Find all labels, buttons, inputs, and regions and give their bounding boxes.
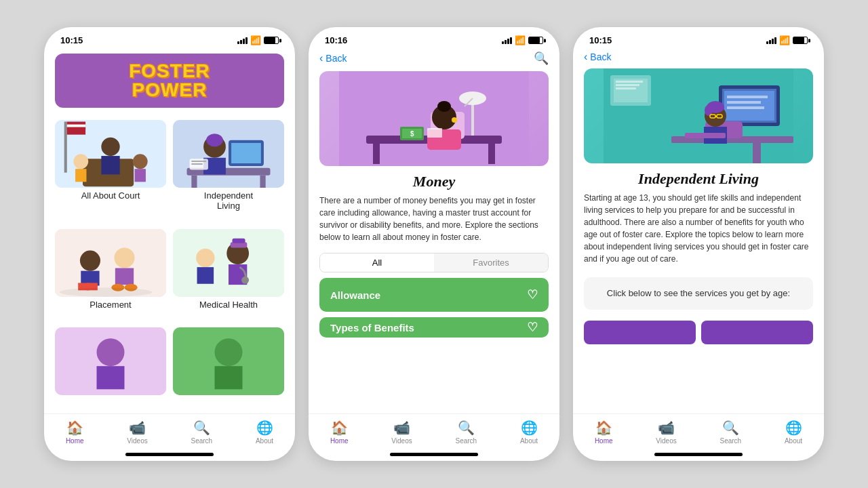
grid-item-placement[interactable]: Placement: [55, 229, 166, 321]
age-btn-2[interactable]: [701, 321, 813, 344]
svg-rect-44: [97, 366, 125, 389]
search-label-1: Search: [191, 437, 213, 445]
phone1-content: FOSTERPOWER: [44, 48, 295, 413]
tab-about-1[interactable]: 🌐 About: [256, 420, 273, 445]
types-card[interactable]: Types of Benefits ♡: [319, 317, 549, 338]
back-label-3: Back: [590, 52, 611, 62]
types-label: Types of Benefits: [330, 322, 414, 333]
status-bar-2: 10:16 📶: [309, 27, 559, 48]
home-label-3: Home: [595, 437, 613, 445]
independent-svg: [173, 120, 284, 188]
svg-point-60: [452, 117, 457, 123]
home-indicator-2: [309, 447, 559, 461]
back-button-2[interactable]: ‹ Back: [319, 52, 347, 64]
partial2-svg: [173, 327, 284, 395]
age-btn-1[interactable]: [584, 321, 696, 344]
filter-all-2[interactable]: All: [320, 253, 434, 272]
svg-rect-47: [215, 366, 243, 389]
svg-rect-23: [191, 163, 202, 165]
svg-point-8: [73, 154, 88, 169]
placement-label: Placement: [90, 300, 131, 310]
filter-favorites-2[interactable]: Favorites: [434, 253, 548, 272]
tab-bar-3: 🏠 Home 📹 Videos 🔍 Search 🌐 About: [573, 413, 824, 447]
tab-about-2[interactable]: 🌐 About: [520, 420, 538, 445]
videos-icon-2: 📹: [393, 420, 410, 436]
tab-about-3[interactable]: 🌐 About: [785, 420, 802, 445]
about-icon-1: 🌐: [256, 420, 273, 436]
tab-search-3[interactable]: 🔍 Search: [720, 420, 742, 445]
partial1-scene: [55, 327, 166, 395]
partial2-scene: [173, 327, 284, 395]
wifi-icon-2: 📶: [515, 35, 526, 45]
filter-tabs-2: All Favorites: [319, 253, 549, 272]
svg-rect-34: [173, 229, 284, 297]
nav-bar-3: ‹ Back: [573, 48, 824, 68]
svg-rect-3: [67, 124, 85, 127]
tab-search-1[interactable]: 🔍 Search: [191, 420, 213, 445]
independent-hero-svg: [584, 68, 813, 163]
grid-item-independent[interactable]: IndependentLiving: [173, 120, 284, 222]
svg-rect-68: [616, 81, 643, 83]
svg-rect-50: [373, 144, 380, 164]
videos-label-2: Videos: [391, 437, 412, 445]
phone-1: 10:15 📶 FOSTERPOWER: [44, 27, 295, 461]
phone-3: 10:15 📶 ‹ Back: [573, 27, 824, 461]
independent-hero-image: [584, 68, 813, 163]
tab-home-3[interactable]: 🏠 Home: [595, 420, 613, 445]
bar4: [245, 37, 248, 44]
independent-hero-scene: [584, 68, 813, 163]
svg-rect-64: [427, 128, 442, 138]
heart-icon-types[interactable]: ♡: [527, 320, 538, 335]
medical-svg: [173, 229, 284, 297]
grid-item-medical[interactable]: Medical Health: [173, 229, 284, 321]
svg-rect-4: [67, 127, 85, 129]
svg-rect-51: [488, 144, 495, 164]
phones-container: 10:15 📶 FOSTERPOWER: [31, 14, 837, 474]
svg-point-29: [114, 248, 134, 268]
tab-videos-1[interactable]: 📹 Videos: [127, 420, 147, 445]
svg-rect-75: [727, 101, 761, 104]
search-icon-2[interactable]: 🔍: [534, 51, 549, 66]
svg-rect-1: [64, 121, 67, 172]
phone-2: 10:16 📶 ‹ Back 🔍: [309, 27, 559, 461]
back-button-3[interactable]: ‹ Back: [584, 51, 611, 63]
svg-text:$: $: [410, 130, 414, 138]
videos-label-3: Videos: [656, 437, 676, 445]
battery-icon-2: [528, 37, 543, 44]
tab-home-2[interactable]: 🏠 Home: [330, 420, 349, 445]
signal-bars-2: [502, 37, 512, 44]
allowance-card[interactable]: Allowance ♡: [319, 278, 549, 312]
info-box-text: Click below to see the services you get …: [607, 288, 790, 298]
court-svg: [55, 120, 166, 188]
tab-videos-2[interactable]: 📹 Videos: [391, 420, 412, 445]
bar2: [240, 40, 242, 44]
home-icon-3: 🏠: [595, 420, 612, 436]
grid-item-partial1[interactable]: [55, 327, 166, 407]
medical-label: Medical Health: [199, 300, 258, 310]
partial1-svg: [55, 327, 166, 395]
svg-rect-76: [727, 106, 764, 109]
search-label-3: Search: [720, 437, 742, 445]
home-icon-2: 🏠: [331, 420, 348, 436]
svg-point-25: [80, 251, 100, 271]
back-label-2: Back: [326, 53, 347, 64]
time-1: 10:15: [60, 35, 83, 45]
money-description: There are a number of money benefits you…: [319, 195, 549, 243]
grid-item-partial2[interactable]: [173, 327, 284, 407]
heart-icon-allowance[interactable]: ♡: [527, 287, 538, 302]
tab-bar-1: 🏠 Home 📹 Videos 🔍 Search 🌐 About: [44, 413, 295, 447]
tab-home-1[interactable]: 🏠 Home: [66, 420, 84, 445]
tab-search-2[interactable]: 🔍 Search: [456, 420, 477, 445]
wifi-icon-3: 📶: [779, 35, 790, 45]
svg-point-10: [133, 154, 148, 169]
grid-item-court[interactable]: All About Court: [55, 120, 166, 222]
about-icon-3: 🌐: [785, 420, 802, 436]
signal-bars-3: [766, 37, 776, 44]
search-icon-tab-3: 🔍: [722, 420, 739, 436]
about-label-3: About: [785, 437, 802, 445]
home-bar-2: [390, 453, 478, 456]
svg-rect-87: [685, 133, 726, 138]
bar1: [237, 41, 239, 44]
tab-videos-3[interactable]: 📹 Videos: [656, 420, 676, 445]
independent-description: Starting at age 13, you should get life …: [584, 192, 813, 265]
